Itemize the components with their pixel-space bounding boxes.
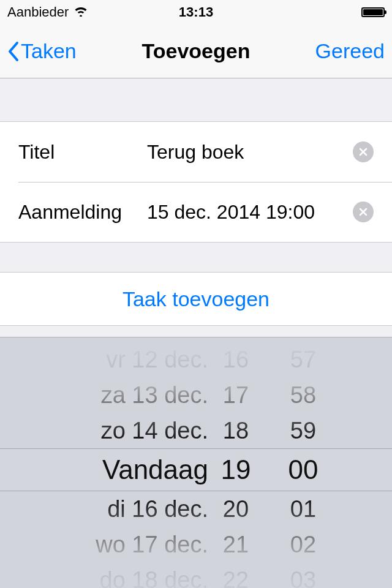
carrier-label: Aanbieder <box>7 4 69 20</box>
picker-item[interactable]: 18 <box>208 413 263 448</box>
picker-item[interactable]: 03 <box>263 562 343 589</box>
battery-icon <box>361 7 385 17</box>
page-title: Toevoegen <box>142 39 251 63</box>
picker-item[interactable]: vr 12 dec. <box>24 342 208 377</box>
picker-item[interactable]: 00 <box>263 448 343 491</box>
picker-item[interactable]: 20 <box>208 491 263 527</box>
picker-item[interactable]: 01 <box>263 491 343 527</box>
picker-item[interactable]: di 16 dec. <box>24 491 208 527</box>
title-row[interactable]: Titel Terug boek <box>0 122 392 182</box>
reminder-row[interactable]: Aanmelding 15 dec. 2014 19:00 <box>0 182 392 242</box>
picker-item[interactable]: 16 <box>208 342 263 377</box>
action-group: Taak toevoegen <box>0 272 392 326</box>
picker-minute-column[interactable]: 565758590001020304 <box>263 337 343 588</box>
picker-date-list: do 11 dec.vr 12 dec.za 13 dec.zo 14 dec.… <box>24 337 208 588</box>
chevron-left-icon <box>7 41 20 62</box>
done-button[interactable]: Gereed <box>315 39 385 63</box>
title-label: Titel <box>18 141 147 164</box>
picker-item[interactable]: 19 <box>208 448 263 491</box>
picker-hour-column[interactable]: 151617181920212223 <box>208 337 263 588</box>
picker-item[interactable]: Vandaag <box>24 448 208 491</box>
status-left: Aanbieder <box>7 4 88 20</box>
reminder-label: Aanmelding <box>18 201 147 224</box>
picker-date-column[interactable]: do 11 dec.vr 12 dec.za 13 dec.zo 14 dec.… <box>24 337 208 588</box>
reminder-value[interactable]: 15 dec. 2014 19:00 <box>147 201 353 224</box>
picker-item[interactable]: 57 <box>263 342 343 377</box>
picker-item[interactable]: 17 <box>208 377 263 413</box>
title-input[interactable]: Terug boek <box>147 141 353 164</box>
status-right <box>361 7 385 17</box>
back-label: Taken <box>21 39 77 63</box>
wifi-icon <box>74 4 88 20</box>
picker-item[interactable]: zo 14 dec. <box>24 413 208 448</box>
picker-item[interactable]: 22 <box>208 562 263 589</box>
form-group: Titel Terug boek Aanmelding 15 dec. 2014… <box>0 121 392 243</box>
picker-item[interactable]: do 18 dec. <box>24 562 208 589</box>
clear-reminder-button[interactable] <box>353 202 374 222</box>
picker-item[interactable]: 58 <box>263 377 343 413</box>
back-button[interactable]: Taken <box>7 39 77 63</box>
close-icon <box>358 147 368 157</box>
picker-item[interactable]: wo 17 dec. <box>24 527 208 562</box>
picker-item[interactable]: 21 <box>208 527 263 562</box>
picker-item[interactable]: 59 <box>263 413 343 448</box>
status-bar: Aanbieder 13:13 <box>0 0 392 24</box>
picker-hour-list: 151617181920212223 <box>208 337 263 588</box>
date-time-picker[interactable]: do 11 dec.vr 12 dec.za 13 dec.zo 14 dec.… <box>0 337 392 588</box>
add-task-button[interactable]: Taak toevoegen <box>0 273 392 325</box>
picker-item[interactable]: za 13 dec. <box>24 377 208 413</box>
nav-bar: Taken Toevoegen Gereed <box>0 24 392 78</box>
close-icon <box>358 207 368 217</box>
status-time: 13:13 <box>179 4 213 20</box>
picker-item[interactable]: 02 <box>263 527 343 562</box>
picker-minute-list: 565758590001020304 <box>263 337 343 588</box>
clear-title-button[interactable] <box>353 141 374 162</box>
